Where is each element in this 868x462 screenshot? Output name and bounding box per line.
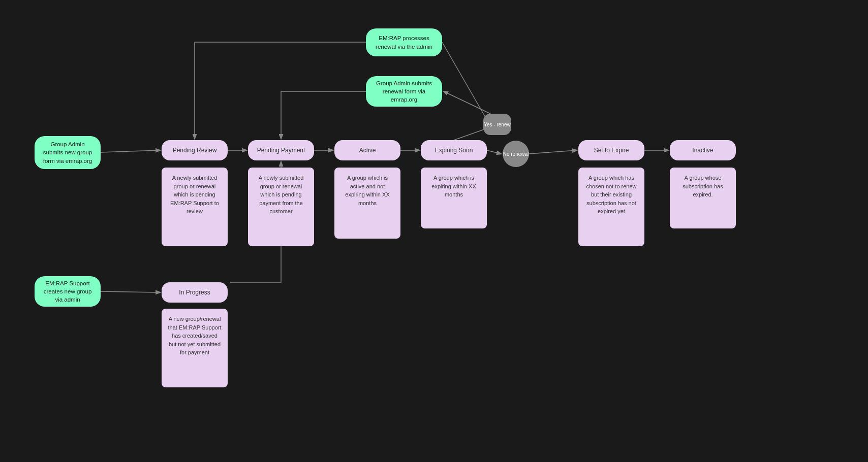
no-renewal-circle: No renewal — [503, 141, 529, 167]
svg-line-2 — [101, 150, 160, 152]
svg-line-7 — [529, 150, 577, 154]
expiring-soon-desc: A group which is expiring within XX mont… — [421, 168, 487, 228]
canvas: Group Admin submits new group form via e… — [0, 0, 868, 462]
inactive-desc: A group whose subscription has expired. — [670, 168, 736, 228]
expiring-soon-node: Expiring Soon — [421, 140, 487, 160]
group-admin-submits-node: Group Admin submits new group form via e… — [35, 136, 101, 169]
in-progress-desc: A new group/renewal that EM:RAP Support … — [162, 309, 228, 387]
pending-payment-node: Pending Payment — [248, 140, 314, 160]
pending-payment-desc: A newly submitted group or renewal which… — [248, 168, 314, 246]
active-node: Active — [334, 140, 400, 160]
svg-line-12 — [442, 42, 490, 126]
pending-review-node: Pending Review — [162, 140, 228, 160]
svg-line-11 — [101, 291, 160, 292]
svg-line-10 — [444, 91, 490, 114]
set-to-expire-node: Set to Expire — [578, 140, 644, 160]
set-to-expire-desc: A group which has chosen not to renew bu… — [578, 168, 644, 246]
arrows-layer — [0, 0, 868, 462]
inactive-node: Inactive — [670, 140, 736, 160]
emrap-support-creates-node: EM:RAP Support creates new group via adm… — [35, 276, 101, 307]
yes-renew-circle: Yes - renew — [483, 114, 511, 135]
active-desc: A group which is active and not expiring… — [334, 168, 400, 239]
svg-line-6 — [487, 150, 501, 154]
in-progress-node: In Progress — [162, 282, 228, 303]
pending-review-desc: A newly submitted group or renewal which… — [162, 168, 228, 246]
group-admin-renewal-node: Group Admin submits renewal form via emr… — [366, 76, 442, 107]
emrap-processes-node: EM:RAP processes renewal via the admin — [366, 28, 442, 56]
